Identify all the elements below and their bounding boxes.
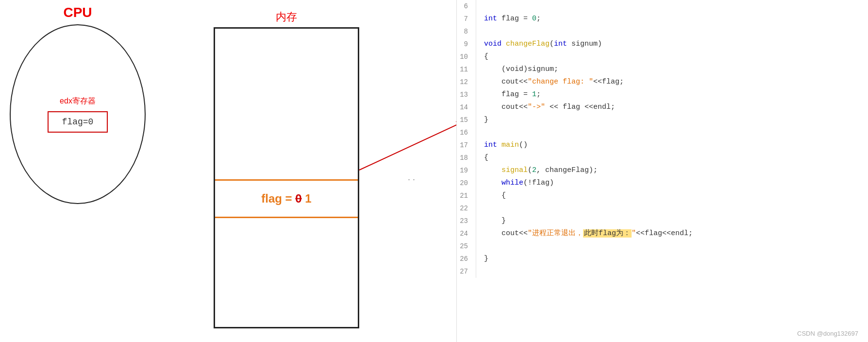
line-num-16: 16 <box>457 126 476 139</box>
line-content-13: flag = 1; <box>476 88 541 101</box>
line-content-16 <box>476 126 484 139</box>
line-content-8 <box>476 25 484 38</box>
line-num-15: 15 <box>457 114 476 126</box>
line-num-27: 27 <box>457 265 476 278</box>
line-content-19: signal(2, changeFlag); <box>476 164 598 177</box>
line-content-25 <box>476 240 484 253</box>
cpu-label: CPU <box>10 5 146 20</box>
code-line-10: 10 { <box>457 51 854 63</box>
line-num-10: 10 <box>457 51 476 63</box>
memory-highlight: flag = 0 1 <box>215 179 358 218</box>
code-line-12: 12 cout<<"change flag: "<<flag; <box>457 76 854 88</box>
code-line-21: 21 { <box>457 189 854 202</box>
code-line-18: 18 { <box>457 152 854 164</box>
line-content-24: cout<<"进程正常退出，此时flag为："<<flag<<endl; <box>476 227 693 240</box>
line-num-23: 23 <box>457 215 476 227</box>
line-content-11: (void)signum; <box>476 63 558 76</box>
line-num-8: 8 <box>457 25 476 38</box>
code-line-9: 9 void changeFlag(int signum) <box>457 38 854 51</box>
line-content-21: { <box>476 189 506 202</box>
code-line-13: 13 flag = 1; <box>457 88 854 101</box>
line-num-21: 21 <box>457 189 476 202</box>
code-line-16: 16 <box>457 126 854 139</box>
code-section: 6 7 int flag = 0; 8 9 void changeFlag(in… <box>456 0 854 342</box>
line-content-17: int main() <box>476 139 528 152</box>
code-line-6: 6 <box>457 0 854 13</box>
code-lines: 6 7 int flag = 0; 8 9 void changeFlag(in… <box>457 0 854 278</box>
code-line-8: 8 <box>457 25 854 38</box>
csdn-watermark: CSDN @dong132697 <box>797 330 858 337</box>
line-content-12: cout<<"change flag: "<<flag; <box>476 76 624 88</box>
line-content-26: } <box>476 253 488 265</box>
line-content-22 <box>476 202 484 215</box>
line-num-14: 14 <box>457 101 476 114</box>
code-line-11: 11 (void)signum; <box>457 63 854 76</box>
code-line-27: 27 <box>457 265 854 278</box>
line-num-9: 9 <box>457 38 476 51</box>
register-value: flag=0 <box>62 117 94 127</box>
line-num-17: 17 <box>457 139 476 152</box>
code-line-24: 24 cout<<"进程正常退出，此时flag为："<<flag<<endl; <box>457 227 854 240</box>
line-content-10: { <box>476 51 488 63</box>
line-content-23: } <box>476 215 506 227</box>
line-num-26: 26 <box>457 253 476 265</box>
line-num-12: 12 <box>457 76 476 88</box>
code-line-19: 19 signal(2, changeFlag); <box>457 164 854 177</box>
line-content-6 <box>476 0 484 13</box>
code-line-23: 23 } <box>457 215 854 227</box>
line-num-25: 25 <box>457 240 476 253</box>
line-num-20: 20 <box>457 177 476 189</box>
code-line-22: 22 <box>457 202 854 215</box>
line-content-14: cout<<"->" << flag <<endl; <box>476 101 615 114</box>
cpu-circle: edx寄存器 flag=0 <box>10 24 146 204</box>
code-line-26: 26 } <box>457 253 854 265</box>
code-line-25: 25 <box>457 240 854 253</box>
line-content-9: void changeFlag(int signum) <box>476 38 602 51</box>
code-line-15: 15 } <box>457 114 854 126</box>
line-num-13: 13 <box>457 88 476 101</box>
code-line-20: 20 while(!flag) <box>457 177 854 189</box>
cpu-section: CPU edx寄存器 flag=0 <box>10 5 146 204</box>
line-content-18: { <box>476 152 488 164</box>
line-num-11: 11 <box>457 63 476 76</box>
line-num-7: 7 <box>457 13 476 25</box>
memory-section: 内存 flag = 0 1 <box>214 10 359 328</box>
code-line-14: 14 cout<<"->" << flag <<endl; <box>457 101 854 114</box>
line-num-24: 24 <box>457 227 476 240</box>
line-num-18: 18 <box>457 152 476 164</box>
line-num-22: 22 <box>457 202 476 215</box>
memory-outer: flag = 0 1 <box>214 27 359 328</box>
memory-flag-text: flag = 0 1 <box>261 192 311 205</box>
line-content-27 <box>476 265 484 278</box>
svg-line-0 <box>359 120 466 170</box>
code-line-17: 17 int main() <box>457 139 854 152</box>
memory-label: 内存 <box>214 10 359 24</box>
line-num-6: 6 <box>457 0 476 13</box>
line-num-19: 19 <box>457 164 476 177</box>
code-line-7: 7 int flag = 0; <box>457 13 854 25</box>
register-label: edx寄存器 <box>60 96 96 106</box>
line-content-15: } <box>476 114 488 126</box>
svg-text:· ·: · · <box>408 174 415 184</box>
line-content-20: while(!flag) <box>476 177 554 189</box>
line-content-7: int flag = 0; <box>476 13 541 25</box>
register-box: flag=0 <box>48 111 108 133</box>
